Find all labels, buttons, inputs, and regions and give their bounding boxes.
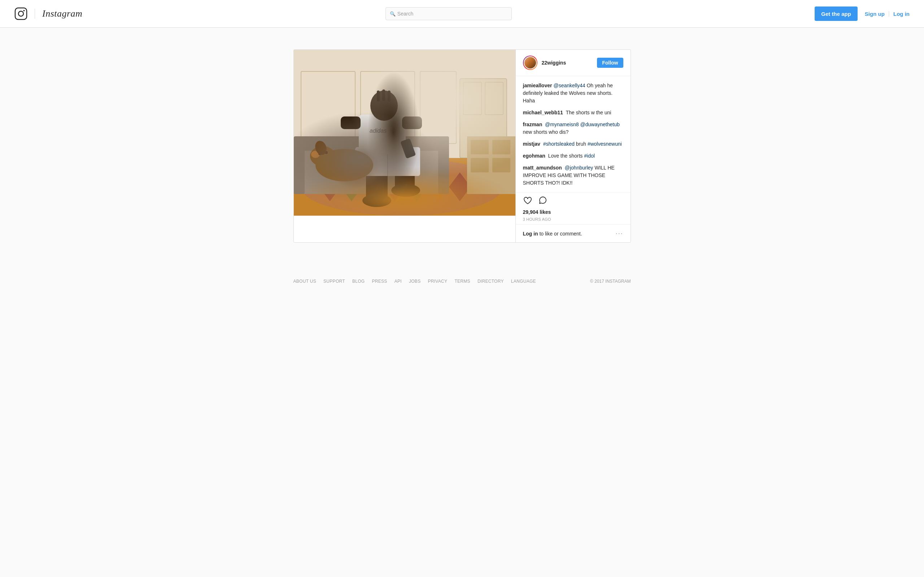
header: Instagram 🔍 Get the app Sign up | Log in xyxy=(0,0,924,28)
comment-hashtag[interactable]: #shortsleaked xyxy=(543,141,575,147)
svg-rect-20 xyxy=(294,136,449,194)
avatar xyxy=(523,56,538,70)
search-area: 🔍 xyxy=(386,7,512,20)
signup-link[interactable]: Sign up xyxy=(865,11,885,17)
comment-hashtag[interactable]: #idol xyxy=(584,153,595,159)
svg-point-27 xyxy=(391,184,420,197)
svg-point-41 xyxy=(318,152,321,155)
post-comments: jamieallover@seankelly44 Oh yeah he defi… xyxy=(516,76,630,193)
svg-rect-8 xyxy=(460,79,507,158)
list-item: mistjav #shortsleaked bruh #wolvesnewuni xyxy=(523,140,624,148)
svg-rect-10 xyxy=(485,82,503,115)
comment-author[interactable]: mistjav xyxy=(523,141,540,147)
comment-mention[interactable]: @mynameisn8 xyxy=(545,121,579,127)
svg-rect-32 xyxy=(341,116,360,129)
comment-author[interactable]: matt_amundson xyxy=(523,165,562,171)
svg-rect-49 xyxy=(400,138,416,159)
footer-link-language[interactable]: Language xyxy=(511,279,536,284)
svg-marker-16 xyxy=(384,172,406,201)
svg-point-43 xyxy=(313,139,328,156)
svg-rect-33 xyxy=(402,116,422,129)
footer-links: About Us Support Blog Press API Jobs Pri… xyxy=(294,279,536,284)
svg-rect-24 xyxy=(366,165,388,201)
svg-rect-45 xyxy=(471,140,489,154)
post-login-comment-area: Log in to like or comment. ··· xyxy=(516,224,630,242)
footer-link-jobs[interactable]: Jobs xyxy=(409,279,421,284)
footer-link-privacy[interactable]: Privacy xyxy=(428,279,447,284)
footer-link-support[interactable]: Support xyxy=(323,279,345,284)
header-auth: Sign up | Log in xyxy=(865,10,909,17)
svg-marker-14 xyxy=(341,172,362,201)
post-likes: 29,904 likes xyxy=(516,208,630,216)
login-link[interactable]: Log in xyxy=(893,11,909,17)
svg-rect-46 xyxy=(492,140,510,154)
login-to-comment-link[interactable]: Log in xyxy=(523,231,538,237)
footer-link-press[interactable]: Press xyxy=(372,279,387,284)
comment-author[interactable]: frazman xyxy=(523,121,543,127)
login-to-comment-text: Log in to like or comment. xyxy=(523,231,582,237)
svg-rect-44 xyxy=(467,136,515,194)
search-input[interactable] xyxy=(386,7,512,20)
svg-point-1 xyxy=(18,11,23,16)
post-right-panel: 22wiggins Follow jamieallover@seankelly4… xyxy=(515,50,630,242)
list-item: michael_webb11 The shorts w the uni xyxy=(523,109,624,116)
post-username[interactable]: 22wiggins xyxy=(542,60,593,66)
svg-point-40 xyxy=(311,151,320,158)
svg-rect-23 xyxy=(438,136,449,194)
post-photo-svg: adidas xyxy=(294,50,515,216)
more-options-button[interactable]: ··· xyxy=(615,230,623,237)
svg-rect-3 xyxy=(294,50,515,216)
main-content: adidas xyxy=(0,28,924,264)
post-actions xyxy=(516,193,630,208)
list-item: jamieallover@seankelly44 Oh yeah he defi… xyxy=(523,82,624,105)
svg-point-38 xyxy=(315,149,373,181)
svg-rect-47 xyxy=(471,158,489,172)
follow-button[interactable]: Follow xyxy=(597,58,623,68)
footer-link-blog[interactable]: Blog xyxy=(352,279,365,284)
post-header: 22wiggins Follow xyxy=(516,50,630,76)
footer-link-api[interactable]: API xyxy=(394,279,402,284)
instagram-wordmark: Instagram xyxy=(42,8,82,19)
svg-point-34 xyxy=(370,90,398,121)
svg-point-26 xyxy=(362,194,391,207)
like-button[interactable] xyxy=(523,196,532,206)
svg-rect-28 xyxy=(355,147,420,176)
post-image: adidas xyxy=(294,50,515,216)
post-card: adidas xyxy=(294,49,631,243)
footer-link-about[interactable]: About Us xyxy=(294,279,317,284)
post-image-section: adidas xyxy=(294,50,515,242)
header-right: Get the app Sign up | Log in xyxy=(815,6,909,21)
comment-mention[interactable]: @seankelly44 xyxy=(553,82,585,89)
footer-link-terms[interactable]: Terms xyxy=(454,279,470,284)
comment-hashtag[interactable]: #wolvesnewuni xyxy=(588,141,622,147)
footer-link-directory[interactable]: Directory xyxy=(478,279,504,284)
svg-point-2 xyxy=(23,10,25,11)
get-app-button[interactable]: Get the app xyxy=(815,6,858,21)
auth-separator: | xyxy=(888,10,890,17)
search-icon: 🔍 xyxy=(390,11,396,16)
svg-rect-37 xyxy=(388,90,391,102)
svg-marker-18 xyxy=(427,172,449,201)
svg-rect-9 xyxy=(464,82,481,115)
svg-point-42 xyxy=(325,151,328,154)
footer-row: About Us Support Blog Press API Jobs Pri… xyxy=(294,279,631,284)
svg-rect-35 xyxy=(377,90,380,102)
comment-author[interactable]: jamieallover xyxy=(523,82,552,89)
comment-mention[interactable]: @johnburley xyxy=(565,165,593,171)
svg-marker-13 xyxy=(319,172,341,201)
svg-marker-19 xyxy=(449,172,471,201)
instagram-logo-icon xyxy=(15,7,27,20)
svg-text:adidas: adidas xyxy=(370,128,386,134)
login-prompt-suffix: to like or comment. xyxy=(538,231,582,237)
comment-mention[interactable]: @duwaynethetub xyxy=(580,121,620,127)
svg-rect-4 xyxy=(294,50,515,158)
comment-author[interactable]: michael_webb11 xyxy=(523,110,563,115)
comment-button[interactable] xyxy=(538,196,548,206)
svg-rect-21 xyxy=(294,136,449,151)
svg-rect-22 xyxy=(294,136,305,194)
svg-point-39 xyxy=(310,146,335,166)
svg-point-12 xyxy=(301,158,503,216)
comment-author[interactable]: egohman xyxy=(523,153,545,159)
svg-rect-7 xyxy=(420,71,456,143)
svg-rect-30 xyxy=(359,115,406,154)
